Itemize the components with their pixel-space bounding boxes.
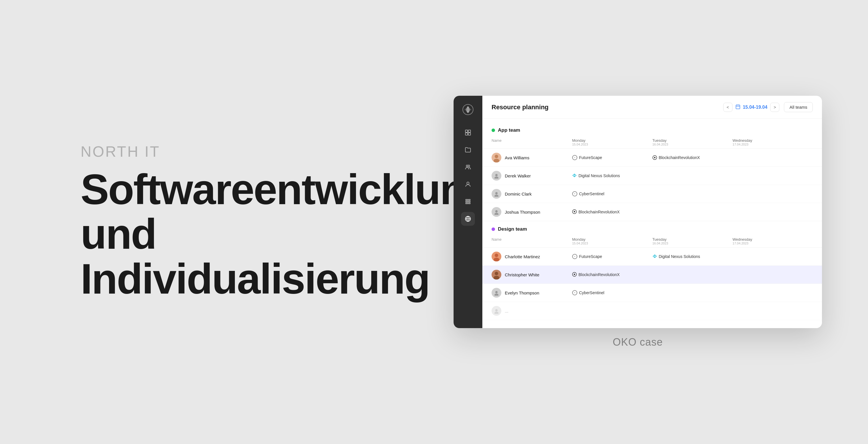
col-monday-header: Monday 15.04.2023 [572, 237, 652, 245]
design-team-section: Design team Name Monday 15.04.2023 Tuesd… [482, 224, 822, 320]
sidebar-item-folder[interactable] [461, 143, 475, 157]
person-cell: Evelyn Thompson [492, 288, 572, 298]
table-row[interactable]: Charlotte Martinez + FutureScape Digita [482, 248, 822, 266]
svg-point-15 [467, 203, 468, 204]
svg-point-16 [469, 203, 470, 204]
svg-rect-3 [465, 133, 468, 135]
blockchain-icon [572, 272, 577, 277]
app-window: Resource planning < 15.04-19.04 [454, 96, 822, 328]
calendar-icon [735, 104, 741, 110]
design-team-label: Design team [498, 226, 527, 232]
project-name: CyberSentinel [579, 192, 604, 196]
next-button[interactable]: > [770, 103, 779, 112]
project-icon: + [572, 155, 577, 160]
date-display: 15.04-19.04 [735, 104, 767, 110]
project-tag: + CyberSentinel [572, 290, 652, 295]
person-cell: ... [492, 306, 572, 316]
person-cell: Christopher White [492, 270, 572, 279]
date-range-text: 15.04-19.04 [743, 105, 767, 110]
svg-point-12 [467, 201, 468, 202]
design-team-table-header: Name Monday 15.04.2023 Tuesday 16.04.202… [482, 235, 822, 248]
person-cell: Joshua Thompson [492, 207, 572, 217]
prev-button[interactable]: < [723, 103, 733, 112]
svg-point-39 [494, 312, 498, 314]
table-row[interactable]: Ava Williams + FutureScape BlockchainRe [482, 149, 822, 167]
sidebar-item-grid[interactable] [461, 126, 475, 139]
project-name: FutureScape [579, 254, 602, 259]
svg-point-22 [495, 174, 498, 176]
oko-label: OKO case [613, 336, 663, 348]
svg-rect-2 [468, 130, 470, 132]
blockchain-icon [572, 209, 577, 215]
content-area: App team Name Monday 15.04.2023 Tuesday … [482, 119, 822, 328]
svg-point-31 [494, 258, 499, 262]
table-row[interactable]: Dominic Clark + CyberSentinel [482, 185, 822, 203]
project-tag: BlockchainRevolutionX [572, 209, 652, 215]
sidebar-item-people[interactable] [461, 160, 475, 174]
person-name: Dominic Clark [505, 192, 532, 196]
person-name: Ava Williams [505, 155, 530, 160]
sidebar [454, 96, 482, 328]
svg-point-30 [495, 253, 498, 257]
svg-rect-18 [736, 105, 740, 109]
svg-point-10 [469, 199, 470, 200]
sidebar-item-globe[interactable] [461, 212, 475, 226]
project-name: BlockchainRevolutionX [579, 272, 620, 277]
project-icon: + [572, 290, 577, 295]
project-tag: + FutureScape [572, 254, 652, 259]
project-tag: + CyberSentinel [572, 191, 652, 196]
person-name: Christopher White [505, 272, 539, 277]
svg-point-38 [495, 309, 498, 311]
svg-point-23 [494, 177, 498, 179]
avatar [492, 207, 501, 217]
app-team-header: App team [482, 125, 822, 136]
app-header: Resource planning < 15.04-19.04 [482, 96, 822, 119]
header-controls: < 15.04-19.04 > All teams [723, 102, 813, 112]
right-section: Resource planning < 15.04-19.04 [407, 0, 868, 444]
svg-point-13 [469, 201, 470, 202]
sidebar-logo [461, 103, 475, 116]
col-name-header: Name [492, 138, 572, 146]
table-row[interactable]: Evelyn Thompson + CyberSentinel [482, 284, 822, 302]
svg-point-37 [494, 294, 498, 296]
avatar [492, 153, 501, 163]
svg-point-26 [494, 195, 498, 197]
design-team-dot [492, 228, 495, 231]
table-row[interactable]: Joshua Thompson BlockchainRevolutionX [482, 203, 822, 221]
person-name: Charlotte Martinez [505, 254, 540, 259]
svg-point-27 [495, 210, 498, 212]
col-monday-header: Monday 15.04.2023 [572, 138, 652, 146]
svg-rect-1 [465, 130, 468, 132]
project-tag-tuesday: BlockchainRevolutionX [652, 155, 733, 160]
headline-line2: und Individualisierung [81, 210, 429, 302]
col-tuesday-header: Tuesday 16.04.2023 [652, 138, 733, 146]
svg-rect-4 [468, 133, 470, 135]
avatar [492, 189, 501, 199]
project-tag-tuesday: Digital Nexus Solutions [652, 254, 733, 260]
person-name: Evelyn Thompson [505, 291, 539, 295]
design-team-header: Design team [482, 224, 822, 235]
person-cell: Dominic Clark [492, 189, 572, 199]
table-row[interactable]: Christopher White BlockchainRevolutionX [482, 266, 822, 284]
date-navigation: < 15.04-19.04 > [723, 103, 779, 112]
svg-point-6 [468, 165, 470, 167]
app-team-table: Name Monday 15.04.2023 Tuesday 16.04.202… [482, 136, 822, 221]
sidebar-item-apps[interactable] [461, 195, 475, 208]
person-name: Joshua Thompson [505, 210, 540, 214]
svg-point-20 [494, 159, 499, 163]
all-teams-button[interactable]: All teams [784, 102, 813, 112]
col-tuesday-header: Tuesday 16.04.2023 [652, 237, 733, 245]
col-wednesday-header: Wednesday 17.04.2023 [733, 237, 813, 245]
svg-point-25 [495, 192, 498, 194]
project-icon: + [572, 254, 577, 259]
table-row[interactable]: Derek Walker Digital Nexus Solutions [482, 167, 822, 185]
svg-point-11 [466, 201, 467, 202]
blockchain-icon [652, 155, 657, 160]
teal-arrow-icon [572, 173, 577, 179]
avatar [492, 251, 501, 262]
sidebar-item-person[interactable] [461, 177, 475, 191]
svg-point-33 [495, 272, 498, 275]
person-cell: Charlotte Martinez [492, 251, 572, 262]
project-tag: Digital Nexus Solutions [572, 173, 652, 179]
svg-point-36 [495, 291, 498, 293]
